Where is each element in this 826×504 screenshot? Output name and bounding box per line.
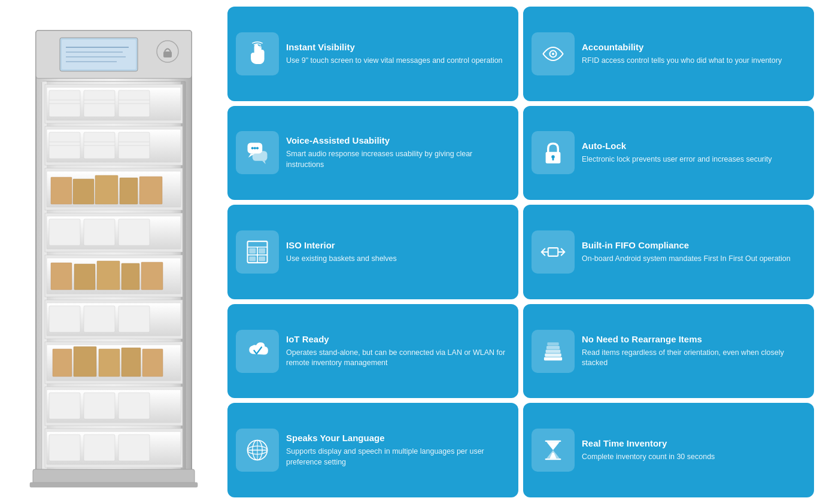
cloud-icon <box>244 338 271 365</box>
hourglass-icon <box>540 437 566 463</box>
svg-rect-44 <box>49 219 80 245</box>
svg-rect-46 <box>119 219 150 245</box>
feature-text-realtime: Real Time Inventory Complete inventory c… <box>582 438 806 463</box>
feature-desc-voice: Smart audio response increases usability… <box>286 149 510 170</box>
svg-point-79 <box>552 53 554 55</box>
feature-title-norearrange: No Need to Rearrange Items <box>582 334 806 345</box>
eye-icon <box>540 41 566 67</box>
stack-icon <box>540 338 566 365</box>
feature-card-accountability: Accountability RFID access control tells… <box>523 7 814 101</box>
feature-card-iso: ISO Interior Use existing baskets and sh… <box>227 205 518 299</box>
feature-desc-norearrange: Read items regardless of their orientati… <box>582 348 806 369</box>
svg-rect-62 <box>74 347 96 377</box>
cabinet-section <box>12 7 215 497</box>
svg-rect-94 <box>249 248 256 254</box>
feature-desc-accountability: RFID access control tells you who did wh… <box>582 56 806 66</box>
svg-rect-40 <box>120 178 138 204</box>
touch-icon <box>244 41 271 67</box>
svg-rect-102 <box>545 353 561 357</box>
feature-card-autolock: Auto-Lock Electronic lock prevents user … <box>523 106 814 201</box>
feature-card-language: Speaks Your Language Supports display an… <box>227 403 518 497</box>
feature-card-instant-visibility: Instant Visibility Use 9" touch screen t… <box>227 7 518 101</box>
feature-text-accountability: Accountability RFID access control tells… <box>582 42 806 66</box>
svg-rect-61 <box>53 349 72 377</box>
feature-desc-autolock: Electronic lock prevents user error and … <box>582 154 806 165</box>
hourglass-icon-box <box>532 429 575 472</box>
svg-rect-57 <box>84 306 115 332</box>
touch-icon-box <box>236 32 279 75</box>
eye-icon-box <box>532 32 575 75</box>
feature-card-realtime: Real Time Inventory Complete inventory c… <box>523 403 814 497</box>
fifo-icon-box <box>532 230 575 274</box>
features-grid: Instant Visibility Use 9" touch screen t… <box>227 7 814 497</box>
svg-rect-95 <box>259 248 265 254</box>
svg-rect-73 <box>49 435 80 461</box>
lock-icon <box>540 139 566 166</box>
svg-rect-97 <box>259 257 265 262</box>
feature-text-fifo: Built-in FIFO Compliance On-board Androi… <box>582 240 806 265</box>
globe-icon-box <box>236 429 279 472</box>
feature-text-iso: ISO Interior Use existing baskets and sh… <box>286 240 510 265</box>
svg-rect-63 <box>99 349 120 377</box>
svg-rect-70 <box>119 393 150 419</box>
svg-rect-98 <box>548 248 558 256</box>
svg-rect-9 <box>163 51 172 57</box>
svg-rect-49 <box>51 263 72 290</box>
feature-title-iot: IoT Ready <box>286 334 510 345</box>
feature-desc-iso: Use existing baskets and shelves <box>286 254 510 265</box>
svg-rect-58 <box>119 306 150 332</box>
speech-icon <box>244 139 271 166</box>
svg-rect-101 <box>544 357 562 360</box>
feature-card-voice: Voice-Assisted Usability Smart audio res… <box>227 106 518 201</box>
svg-rect-64 <box>122 348 141 377</box>
svg-marker-83 <box>262 161 266 165</box>
svg-rect-68 <box>49 393 80 419</box>
svg-rect-65 <box>142 349 163 377</box>
svg-rect-74 <box>84 435 115 461</box>
svg-rect-56 <box>49 306 80 332</box>
svg-rect-105 <box>547 342 558 345</box>
feature-title-language: Speaks Your Language <box>286 433 510 444</box>
feature-title-autolock: Auto-Lock <box>582 141 806 151</box>
svg-rect-39 <box>95 175 118 204</box>
svg-rect-104 <box>546 346 560 350</box>
feature-title-iso: ISO Interior <box>286 240 510 251</box>
feature-title-accountability: Accountability <box>582 42 806 53</box>
lock-icon-box <box>532 131 575 174</box>
page-container: Instant Visibility Use 9" touch screen t… <box>0 0 826 504</box>
svg-rect-96 <box>249 257 256 262</box>
svg-rect-103 <box>546 350 561 353</box>
svg-rect-51 <box>97 261 120 290</box>
feature-text-voice: Voice-Assisted Usability Smart audio res… <box>286 135 510 170</box>
svg-rect-53 <box>141 262 163 290</box>
svg-rect-77 <box>30 482 198 487</box>
feature-desc-language: Supports display and speech in multiple … <box>286 447 510 467</box>
cabinet-image <box>24 13 204 491</box>
svg-rect-41 <box>139 177 162 204</box>
feature-title-instant-visibility: Instant Visibility <box>286 42 510 53</box>
svg-point-84 <box>251 147 254 150</box>
svg-rect-38 <box>73 179 94 204</box>
svg-rect-69 <box>84 393 115 419</box>
feature-text-norearrange: No Need to Rearrange Items Read items re… <box>582 334 806 369</box>
feature-title-voice: Voice-Assisted Usability <box>286 135 510 146</box>
feature-text-instant-visibility: Instant Visibility Use 9" touch screen t… <box>286 42 510 66</box>
feature-title-realtime: Real Time Inventory <box>582 438 806 449</box>
feature-text-autolock: Auto-Lock Electronic lock prevents user … <box>582 141 806 165</box>
feature-card-norearrange: No Need to Rearrange Items Read items re… <box>523 304 814 399</box>
svg-rect-52 <box>122 263 139 290</box>
stack-icon-box <box>532 330 575 373</box>
feature-text-iot: IoT Ready Operates stand-alone, but can … <box>286 334 510 369</box>
grid-icon <box>244 239 271 265</box>
feature-desc-instant-visibility: Use 9" touch screen to view vital messag… <box>286 56 510 66</box>
svg-rect-45 <box>84 219 115 245</box>
svg-rect-89 <box>552 158 554 161</box>
feature-desc-realtime: Complete inventory count in 30 seconds <box>582 452 806 463</box>
globe-icon <box>244 437 271 463</box>
svg-rect-82 <box>253 151 268 162</box>
feature-card-iot: IoT Ready Operates stand-alone, but can … <box>227 304 518 399</box>
svg-rect-50 <box>74 264 95 290</box>
grid-icon-box <box>236 230 279 274</box>
fifo-icon <box>540 239 566 265</box>
cloud-icon-box <box>236 330 279 373</box>
